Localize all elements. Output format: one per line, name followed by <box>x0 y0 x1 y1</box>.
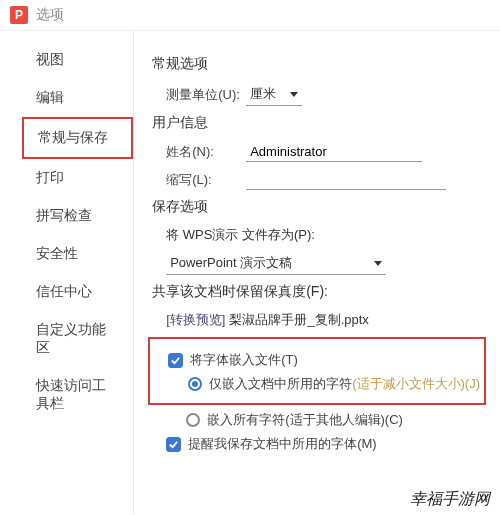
main-area: 视图 编辑 常规与保存 打印 拼写检查 安全性 信任中心 自定义功能区 快速访问… <box>0 31 500 514</box>
input-user-name[interactable] <box>246 142 422 162</box>
row-measure-unit: 测量单位(U): 厘米 <box>166 83 486 106</box>
app-icon: P <box>10 6 28 24</box>
row-embed-used-only: 仅嵌入文档中所用的字符(适于减小文件大小)(J) <box>188 375 480 393</box>
row-preview: [转换预览] 梨淑品牌手册_复制.pptx <box>166 311 486 329</box>
sidebar-item-general-save[interactable]: 常规与保存 <box>22 117 133 159</box>
radio-embed-used-only[interactable] <box>188 377 202 391</box>
row-user-abbr: 缩写(L): <box>166 170 486 190</box>
highlight-embed-fonts: 将字体嵌入文件(T) 仅嵌入文档中所用的字符(适于减小文件大小)(J) <box>148 337 486 405</box>
checkbox-embed-fonts[interactable] <box>168 353 183 368</box>
input-user-abbr[interactable] <box>246 170 446 190</box>
row-embed-fonts: 将字体嵌入文件(T) <box>168 351 480 369</box>
label-fidelity: 共享该文档时保留保真度(F): <box>152 283 486 301</box>
label-user-name: 姓名(N): <box>166 143 246 161</box>
select-save-as-value: PowerPoint 演示文稿 <box>170 254 292 272</box>
content-panel: 常规选项 测量单位(U): 厘米 用户信息 姓名(N): 缩写(L): 保存选项… <box>134 31 500 514</box>
sidebar-item-view[interactable]: 视图 <box>22 41 133 79</box>
caret-down-icon <box>374 261 382 266</box>
label-embed-fonts: 将字体嵌入文件(T) <box>190 351 298 369</box>
sidebar-item-trust-center[interactable]: 信任中心 <box>22 273 133 311</box>
row-save-as-select: PowerPoint 演示文稿 <box>166 252 486 275</box>
sidebar-item-spellcheck[interactable]: 拼写检查 <box>22 197 133 235</box>
watermark: 幸福手游网 <box>406 488 494 511</box>
select-measure-unit[interactable]: 厘米 <box>246 83 302 106</box>
label-measure-unit: 测量单位(U): <box>166 86 246 104</box>
sidebar: 视图 编辑 常规与保存 打印 拼写检查 安全性 信任中心 自定义功能区 快速访问… <box>22 31 134 514</box>
row-embed-all: 嵌入所有字符(适于其他人编辑)(C) <box>186 411 486 429</box>
section-general: 常规选项 <box>152 55 486 73</box>
titlebar: P 选项 <box>0 0 500 31</box>
label-embed-all: 嵌入所有字符(适于其他人编辑)(C) <box>207 411 403 429</box>
preview-filename: 梨淑品牌手册_复制.pptx <box>229 311 368 329</box>
radio-embed-all[interactable] <box>186 413 200 427</box>
section-save: 保存选项 <box>152 198 486 216</box>
checkbox-warn-fonts[interactable] <box>166 437 181 452</box>
label-embed-used-only: 仅嵌入文档中所用的字符(适于减小文件大小)(J) <box>209 375 480 393</box>
sidebar-item-security[interactable]: 安全性 <box>22 235 133 273</box>
sidebar-item-edit[interactable]: 编辑 <box>22 79 133 117</box>
section-user: 用户信息 <box>152 114 486 132</box>
window-title: 选项 <box>36 6 64 24</box>
label-save-as: 将 WPS演示 文件存为(P): <box>166 226 315 244</box>
link-convert-preview[interactable]: [转换预览] <box>166 311 225 329</box>
label-user-abbr: 缩写(L): <box>166 171 246 189</box>
select-save-as[interactable]: PowerPoint 演示文稿 <box>166 252 386 275</box>
row-user-name: 姓名(N): <box>166 142 486 162</box>
sidebar-item-print[interactable]: 打印 <box>22 159 133 197</box>
sidebar-item-quick-access[interactable]: 快速访问工具栏 <box>22 367 133 423</box>
check-icon <box>168 439 179 450</box>
label-warn-fonts: 提醒我保存文档中所用的字体(M) <box>188 435 377 453</box>
caret-down-icon <box>290 92 298 97</box>
check-icon <box>170 355 181 366</box>
sidebar-item-customize-ribbon[interactable]: 自定义功能区 <box>22 311 133 367</box>
row-warn-fonts: 提醒我保存文档中所用的字体(M) <box>166 435 486 453</box>
select-measure-unit-value: 厘米 <box>250 85 276 103</box>
row-save-as: 将 WPS演示 文件存为(P): <box>166 226 486 244</box>
